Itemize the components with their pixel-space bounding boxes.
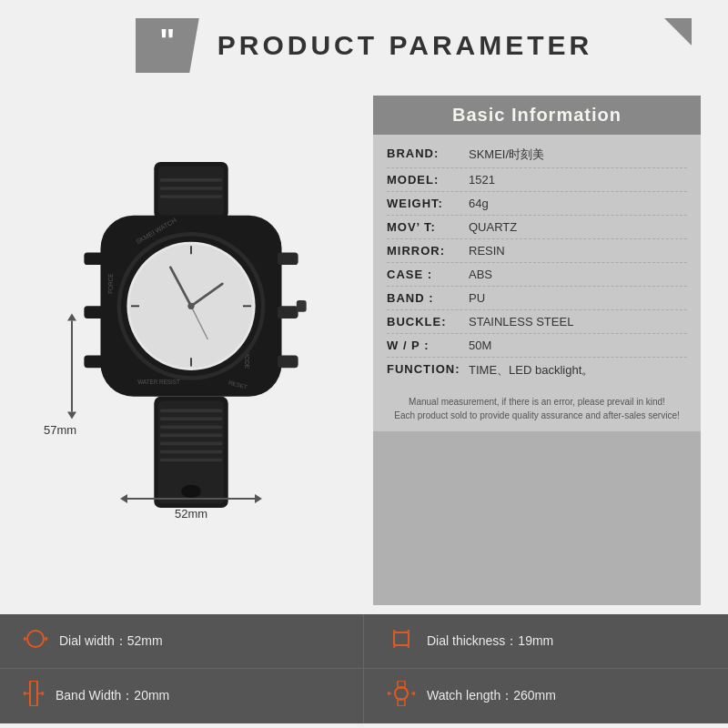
- svg-rect-34: [160, 426, 223, 430]
- note-line2: Each product sold to provide quality ass…: [387, 409, 687, 422]
- header-triangle-decoration: [664, 18, 692, 46]
- watch-image: SKMEI WATCH WATER RESIST RESET FORCE STA…: [64, 162, 318, 508]
- bottom-specs-bar: Dial width：52mm Dial thickness：19mm Band…: [0, 614, 728, 723]
- spec-icon: [23, 681, 45, 712]
- info-key: CASE :: [387, 268, 469, 281]
- info-panel-header: Basic Information: [373, 96, 701, 135]
- info-value: TIME、LED backlight。: [469, 362, 593, 379]
- info-panel: Basic Information BRAND:SKMEI/时刻美MODEL:1…: [373, 96, 701, 605]
- spec-label: Dial thickness：19mm: [427, 633, 553, 650]
- svg-rect-8: [84, 356, 105, 369]
- spec-label: Watch length：260mm: [427, 688, 556, 704]
- info-row: FUNCTION:TIME、LED backlight。: [387, 358, 687, 383]
- svg-rect-55: [30, 681, 37, 706]
- svg-rect-36: [160, 442, 223, 446]
- svg-rect-37: [160, 450, 223, 454]
- info-value: 1521: [469, 173, 495, 187]
- watch-area: 57mm SKMEI WAT: [27, 96, 355, 605]
- info-value: 50M: [469, 339, 491, 352]
- info-key: W / P :: [387, 339, 469, 352]
- info-value: ABS: [469, 268, 492, 281]
- svg-rect-4: [160, 195, 223, 198]
- svg-rect-2: [160, 178, 223, 182]
- svg-rect-10: [278, 306, 298, 318]
- info-key: WEIGHT:: [387, 197, 469, 210]
- svg-point-62: [395, 687, 408, 700]
- svg-rect-33: [160, 417, 223, 420]
- info-row: WEIGHT:64g: [387, 192, 687, 216]
- horizontal-line: [127, 498, 255, 500]
- info-row: BAND :PU: [387, 287, 687, 310]
- info-value: QUARTZ: [469, 220, 517, 234]
- page-title: PRODUCT PARAMETER: [217, 30, 592, 61]
- svg-rect-40: [297, 300, 307, 312]
- info-row: MIRROR:RESIN: [387, 239, 687, 263]
- arrow-right-icon: [255, 494, 262, 503]
- info-panel-body: BRAND:SKMEI/时刻美MODEL:1521WEIGHT:64gMOV’ …: [373, 135, 701, 388]
- spec-icon: [23, 626, 48, 657]
- svg-rect-32: [160, 409, 223, 412]
- main-content: 57mm SKMEI WAT: [0, 86, 728, 614]
- svg-point-41: [27, 631, 44, 647]
- svg-rect-38: [160, 459, 223, 462]
- bottom-spec-cell: Dial thickness：19mm: [364, 614, 728, 669]
- bottom-spec-cell: Dial width：52mm: [0, 614, 364, 669]
- width-dimension-label: 52mm: [120, 494, 262, 521]
- spec-icon: [387, 681, 416, 712]
- info-value: 64g: [469, 197, 489, 210]
- spec-label: Band Width：20mm: [56, 688, 169, 704]
- info-row: MOV’ T:QUARTZ: [387, 216, 687, 239]
- svg-rect-35: [160, 434, 223, 438]
- info-panel-title: Basic Information: [452, 105, 622, 125]
- info-row: CASE :ABS: [387, 263, 687, 287]
- info-row: BRAND:SKMEI/时刻美: [387, 142, 687, 168]
- note-line1: Manual measurement, if there is an error…: [387, 395, 687, 409]
- bottom-spec-cell: Band Width：20mm: [0, 669, 364, 723]
- svg-rect-9: [278, 253, 298, 266]
- width-value: 52mm: [175, 507, 207, 521]
- info-row: MODEL:1521: [387, 168, 687, 192]
- svg-text:WATER RESIST: WATER RESIST: [137, 379, 180, 385]
- svg-rect-6: [84, 253, 105, 266]
- info-value: SKMEI/时刻美: [469, 147, 544, 163]
- svg-rect-3: [160, 187, 223, 190]
- svg-rect-7: [84, 306, 105, 318]
- info-row: BUCKLE:STAINLESS STEEL: [387, 310, 687, 334]
- bottom-spec-cell: Watch length：260mm: [364, 669, 728, 723]
- info-value: PU: [469, 291, 485, 305]
- info-note: Manual measurement, if there is an error…: [373, 388, 701, 431]
- svg-rect-48: [394, 632, 409, 645]
- info-key: MODEL:: [387, 173, 469, 187]
- spec-icon: [387, 629, 416, 654]
- info-row: W / P :50M: [387, 334, 687, 358]
- spec-label: Dial width：52mm: [59, 633, 163, 650]
- info-value: RESIN: [469, 244, 505, 258]
- header: " PRODUCT PARAMETER: [0, 0, 728, 86]
- svg-point-29: [187, 303, 194, 309]
- watch-image-container: SKMEI WATCH WATER RESIST RESET FORCE STA…: [64, 162, 318, 511]
- info-key: BUCKLE:: [387, 315, 469, 329]
- svg-rect-11: [278, 356, 298, 369]
- info-key: BRAND:: [387, 147, 469, 160]
- svg-rect-1: [158, 167, 224, 216]
- quote-icon: ": [136, 18, 199, 73]
- info-key: BAND :: [387, 291, 469, 305]
- arrow-left-icon: [120, 494, 127, 503]
- info-key: FUNCTION:: [387, 362, 469, 376]
- svg-text:FORCE: FORCE: [107, 274, 114, 294]
- info-value: STAINLESS STEEL: [469, 315, 573, 329]
- info-key: MIRROR:: [387, 244, 469, 258]
- info-key: MOV’ T:: [387, 220, 469, 234]
